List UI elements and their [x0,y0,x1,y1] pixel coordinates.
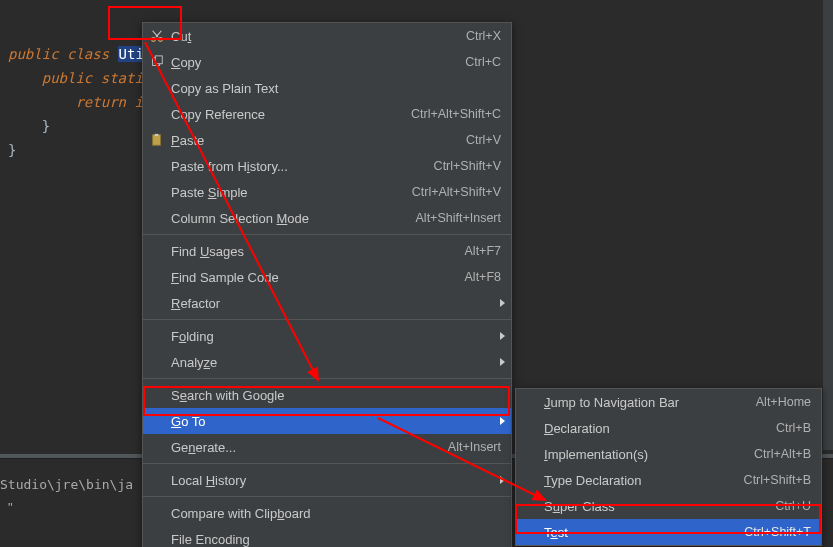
menu-item-shortcut: Ctrl+Shift+B [744,473,811,487]
menu-item-shortcut: Ctrl+Shift+T [744,525,811,539]
paste-icon [149,132,165,148]
submenu-arrow-icon [500,358,505,366]
menu-item-label: Paste [171,133,466,148]
menu-item-shortcut: Ctrl+Shift+V [434,159,501,173]
menu-item-shortcut: Alt+Home [756,395,811,409]
menu-item-label: Implementation(s) [544,447,754,462]
context-menu-separator [143,378,511,379]
goto-submenu-item-4[interactable]: Super ClassCtrl+U [516,493,821,519]
context-menu: CutCtrl+XCopyCtrl+CCopy as Plain TextCop… [142,22,512,547]
goto-submenu-item-5[interactable]: TestCtrl+Shift+T [516,519,821,545]
context-menu-item-16[interactable]: Search with Google [143,382,511,408]
brace-1: } [42,118,50,134]
menu-item-label: Analyze [171,355,501,370]
menu-item-label: Find Usages [171,244,465,259]
menu-item-shortcut: Alt+F8 [465,270,501,284]
menu-item-label: Generate... [171,440,448,455]
svg-point-0 [152,38,156,42]
menu-item-label: Column Selection Mode [171,211,416,226]
context-menu-item-2[interactable]: Copy as Plain Text [143,75,511,101]
context-menu-item-23[interactable]: File Encoding [143,526,511,547]
goto-submenu: Jump to Navigation BarAlt+HomeDeclaratio… [515,388,822,546]
context-menu-item-7[interactable]: Column Selection ModeAlt+Shift+Insert [143,205,511,231]
console-text: Studio\jre\bin\ja [0,477,133,492]
context-menu-item-9[interactable]: Find UsagesAlt+F7 [143,238,511,264]
menu-item-shortcut: Ctrl+U [775,499,811,513]
context-menu-item-6[interactable]: Paste SimpleCtrl+Alt+Shift+V [143,179,511,205]
goto-submenu-item-0[interactable]: Jump to Navigation BarAlt+Home [516,389,821,415]
svg-rect-5 [155,134,159,136]
code-line-3: return i [75,94,142,110]
context-menu-item-10[interactable]: Find Sample CodeAlt+F8 [143,264,511,290]
menu-item-label: Folding [171,329,501,344]
menu-item-label: Type Declaration [544,473,744,488]
menu-item-label: Declaration [544,421,776,436]
menu-item-label: Local History [171,473,501,488]
menu-item-label: Find Sample Code [171,270,465,285]
menu-item-label: Copy as Plain Text [171,81,501,96]
context-menu-item-3[interactable]: Copy ReferenceCtrl+Alt+Shift+C [143,101,511,127]
svg-rect-4 [153,135,161,146]
menu-item-label: File Encoding [171,532,501,547]
menu-item-label: Go To [171,414,501,429]
menu-item-shortcut: Alt+Shift+Insert [416,211,501,225]
context-menu-item-22[interactable]: Compare with Clipboard [143,500,511,526]
submenu-arrow-icon [500,332,505,340]
context-menu-separator [143,463,511,464]
context-menu-item-5[interactable]: Paste from History...Ctrl+Shift+V [143,153,511,179]
console-quote: " [8,500,13,515]
menu-item-shortcut: Ctrl+V [466,133,501,147]
menu-item-label: Copy Reference [171,107,411,122]
menu-item-shortcut: Ctrl+C [465,55,501,69]
menu-item-label: Compare with Clipboard [171,506,501,521]
context-menu-item-17[interactable]: Go To [143,408,511,434]
menu-item-shortcut: Ctrl+Alt+B [754,447,811,461]
context-menu-separator [143,496,511,497]
svg-rect-3 [155,56,162,64]
goto-submenu-item-3[interactable]: Type DeclarationCtrl+Shift+B [516,467,821,493]
context-menu-item-13[interactable]: Folding [143,323,511,349]
menu-item-label: Cut [171,29,466,44]
menu-item-shortcut: Ctrl+Alt+Shift+V [412,185,501,199]
context-menu-item-11[interactable]: Refactor [143,290,511,316]
context-menu-separator [143,319,511,320]
context-menu-item-4[interactable]: PasteCtrl+V [143,127,511,153]
brace-2: } [8,142,16,158]
menu-item-shortcut: Ctrl+X [466,29,501,43]
menu-item-shortcut: Ctrl+B [776,421,811,435]
menu-item-label: Refactor [171,296,501,311]
editor-scrollbar[interactable] [823,0,833,450]
menu-item-shortcut: Ctrl+Alt+Shift+C [411,107,501,121]
code-line-2: public stati [42,70,143,86]
context-menu-item-14[interactable]: Analyze [143,349,511,375]
submenu-arrow-icon [500,476,505,484]
svg-point-1 [159,38,163,42]
context-menu-item-20[interactable]: Local History [143,467,511,493]
context-menu-separator [143,234,511,235]
menu-item-label: Jump to Navigation Bar [544,395,756,410]
submenu-arrow-icon [500,417,505,425]
cut-icon [149,28,165,44]
submenu-arrow-icon [500,299,505,307]
menu-item-shortcut: Alt+Insert [448,440,501,454]
goto-submenu-item-1[interactable]: DeclarationCtrl+B [516,415,821,441]
goto-submenu-item-2[interactable]: Implementation(s)Ctrl+Alt+B [516,441,821,467]
keyword-class: class [67,46,109,62]
menu-item-label: Paste Simple [171,185,412,200]
menu-item-label: Paste from History... [171,159,434,174]
menu-item-label: Super Class [544,499,775,514]
context-menu-item-1[interactable]: CopyCtrl+C [143,49,511,75]
copy-icon [149,54,165,70]
context-menu-item-0[interactable]: CutCtrl+X [143,23,511,49]
context-menu-item-18[interactable]: Generate...Alt+Insert [143,434,511,460]
menu-item-label: Copy [171,55,465,70]
menu-item-shortcut: Alt+F7 [465,244,501,258]
keyword-public: public [8,46,59,62]
menu-item-label: Test [544,525,744,540]
menu-item-label: Search with Google [171,388,501,403]
